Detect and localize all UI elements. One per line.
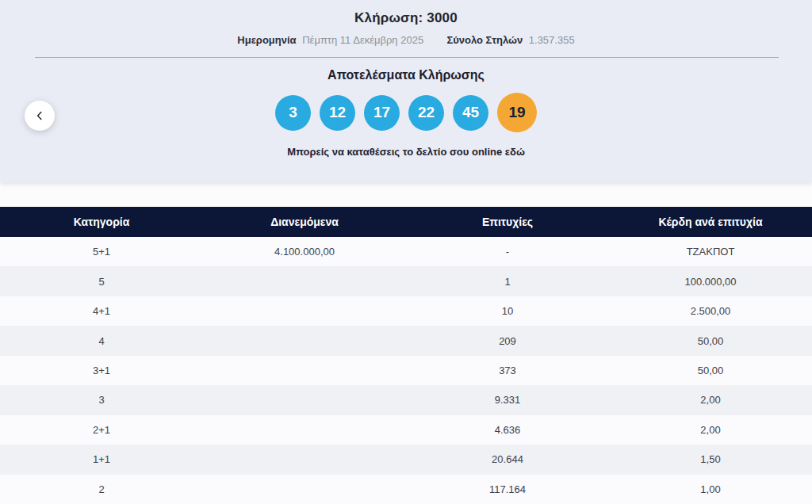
cell-prize: 1,00 xyxy=(609,483,812,495)
cell-winners: - xyxy=(406,246,609,258)
table-row: 3+137350,00 xyxy=(0,356,812,385)
joker-number-ball: 19 xyxy=(497,93,537,132)
divider xyxy=(35,57,779,58)
header-category: Κατηγορία xyxy=(0,216,203,228)
cell-category: 5+1 xyxy=(0,246,203,258)
cell-prize: ΤΖΑΚΠΟΤ xyxy=(609,246,812,258)
cell-category: 5 xyxy=(0,276,203,288)
winning-number-ball: 22 xyxy=(408,95,444,131)
cell-prize: 2.500,00 xyxy=(609,305,812,317)
header-prize: Κέρδη ανά επιτυχία xyxy=(609,216,812,228)
cell-winners: 4.636 xyxy=(406,424,609,436)
cell-category: 2+1 xyxy=(0,424,203,436)
cell-prize: 2,00 xyxy=(609,394,812,406)
cell-prize: 50,00 xyxy=(609,335,812,347)
cell-prize: 1,50 xyxy=(609,453,812,465)
results-title: Αποτελέσματα Κλήρωσης xyxy=(0,68,812,82)
table-row: 2+14.6362,00 xyxy=(0,415,812,445)
columns-total-value: 1.357.355 xyxy=(529,34,575,46)
winning-number-ball: 45 xyxy=(453,95,488,131)
lottery-results-page: Κλήρωση: 3000 Ημερομηνία Πέμπτη 11 Δεκέμ… xyxy=(0,0,812,504)
cell-prize: 100.000,00 xyxy=(609,276,812,288)
cell-distributed: 4.100.000,00 xyxy=(203,246,406,258)
cell-category: 1+1 xyxy=(0,453,203,465)
table-row: 39.3312,00 xyxy=(0,385,812,414)
table-row: 4+1102.500,00 xyxy=(0,296,812,326)
cell-winners: 373 xyxy=(406,365,609,376)
table-row: 1+120.6441,50 xyxy=(0,445,812,474)
table-body: 5+14.100.000,00-ΤΖΑΚΠΟΤ51100.000,004+110… xyxy=(0,237,812,504)
cell-category: 4+1 xyxy=(0,305,203,317)
cell-prize: 50,00 xyxy=(609,365,812,376)
draw-summary-section: Κλήρωση: 3000 Ημερομηνία Πέμπτη 11 Δεκέμ… xyxy=(0,0,812,182)
online-bet-link[interactable]: Μπορείς να καταθέσεις το δελτίο σου onli… xyxy=(287,146,525,158)
table-row: 5+14.100.000,00-ΤΖΑΚΠΟΤ xyxy=(0,237,812,266)
cell-category: 3 xyxy=(0,394,203,406)
cell-winners: 209 xyxy=(406,335,609,347)
winning-number-ball: 12 xyxy=(320,95,355,131)
winning-number-ball: 17 xyxy=(364,95,400,131)
cell-winners: 20.644 xyxy=(406,453,609,465)
cell-winners: 9.331 xyxy=(406,394,609,406)
cell-winners: 1 xyxy=(406,276,609,288)
results-table: Κατηγορία Διανεμόμενα Επιτυχίες Κέρδη αν… xyxy=(0,207,812,504)
table-row: 51100.000,00 xyxy=(0,266,812,296)
previous-draw-button[interactable] xyxy=(25,101,55,131)
winning-numbers: 31217224519 xyxy=(0,93,812,132)
date-label: Ημερομηνία xyxy=(237,34,296,46)
draw-title: Κλήρωση: 3000 xyxy=(0,0,812,26)
draw-meta: Ημερομηνία Πέμπτη 11 Δεκέμβρη 2025 Σύνολ… xyxy=(0,34,812,46)
table-header-row: Κατηγορία Διανεμόμενα Επιτυχίες Κέρδη αν… xyxy=(0,207,812,237)
winning-number-ball: 3 xyxy=(275,95,311,131)
chevron-left-icon xyxy=(35,111,44,120)
cell-prize: 2,00 xyxy=(609,424,812,436)
cell-category: 3+1 xyxy=(0,365,203,376)
header-distributed: Διανεμόμενα xyxy=(203,216,406,228)
table-row: 2117.1641,00 xyxy=(0,475,812,504)
header-winners: Επιτυχίες xyxy=(406,216,609,228)
date-value: Πέμπτη 11 Δεκέμβρη 2025 xyxy=(302,34,423,46)
cell-category: 2 xyxy=(0,483,203,495)
cell-winners: 117.164 xyxy=(406,483,609,495)
cell-category: 4 xyxy=(0,335,203,347)
cell-winners: 10 xyxy=(406,305,609,317)
columns-total-label: Σύνολο Στηλών xyxy=(446,34,523,46)
table-row: 420950,00 xyxy=(0,326,812,355)
